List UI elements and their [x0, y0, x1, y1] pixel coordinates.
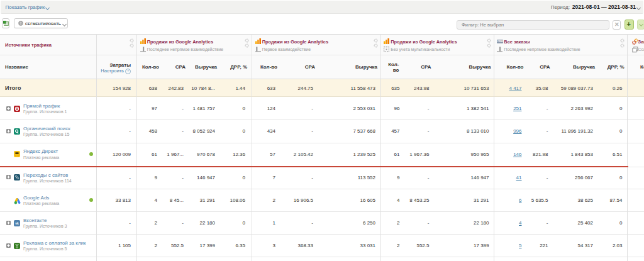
svg-text:vk: vk	[15, 221, 19, 225]
